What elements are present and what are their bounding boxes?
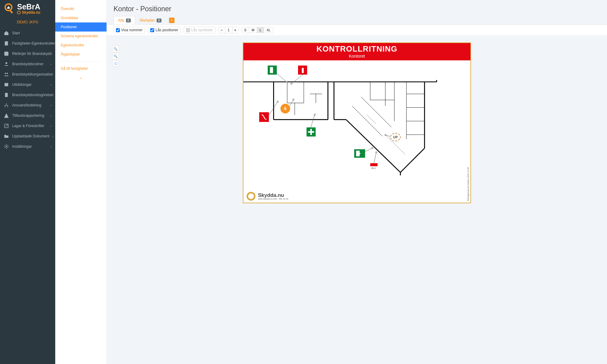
toggle-lock-positions[interactable]: Lås positioner — [148, 27, 181, 33]
show-number-checkbox[interactable] — [116, 28, 120, 32]
blc-label: BLC — [371, 167, 376, 170]
toggle-lock-symbols[interactable]: Lås symboler — [184, 27, 215, 33]
step-value: 1 — [225, 27, 232, 33]
nav-dokument[interactable]: Uppladdade Dokument› — [0, 131, 55, 141]
svg-point-7 — [5, 73, 6, 74]
building-icon — [4, 92, 9, 98]
symbol-blc[interactable] — [370, 163, 378, 166]
size-s[interactable]: S — [242, 27, 249, 33]
symbol-emergency-exit-2[interactable] — [354, 149, 365, 158]
users-icon — [4, 61, 9, 67]
chevron-right-icon: › — [51, 124, 52, 128]
nav-organisation[interactable]: Brandskyddsorganisation› — [0, 69, 55, 79]
external-icon — [4, 123, 9, 129]
step-minus[interactable]: − — [219, 27, 225, 33]
marker-6[interactable]: 6 — [280, 104, 290, 113]
symbol-up-stairs[interactable]: UP — [390, 133, 401, 141]
folder-icon — [4, 133, 9, 139]
tab-add-button[interactable]: + — [169, 18, 175, 23]
drawing-side-meta: Ritningsnummer Datum 2022-10-26 — [467, 167, 469, 201]
subnav-grunddata[interactable]: Grunddata — [55, 13, 107, 22]
extinguisher-icon — [298, 66, 307, 75]
floorplan: 6 BLC UP — [243, 61, 470, 203]
nav-utbildningar[interactable]: Utbildningar› — [0, 79, 55, 90]
svg-point-53 — [247, 193, 255, 200]
symbol-fire-hose[interactable] — [259, 112, 269, 122]
svg-rect-2 — [8, 8, 9, 9]
exit-icon — [268, 66, 277, 75]
marker-anchor-dot — [293, 99, 294, 100]
float-tools: 🔍 🔍 ⓘ — [112, 46, 119, 67]
drawing-footer: Skydda.nu www.skydda.nu 010 - 444 19 10 — [246, 192, 288, 201]
nav-fastigheter[interactable]: Fastigheter-Egenkontroller — [0, 38, 55, 49]
firstaid-icon — [307, 127, 316, 136]
tab-alla[interactable]: Alla 8 — [114, 16, 135, 25]
symbol-emergency-exit[interactable] — [268, 66, 277, 75]
footer-brand: Skydda.nu — [258, 193, 288, 198]
exit-icon — [354, 149, 365, 158]
symbol-anchor-dot — [277, 101, 279, 103]
zoom-in-icon: 🔍 — [114, 47, 118, 51]
subnav-schema[interactable]: Schema egenkontroller — [55, 32, 107, 41]
subnav-collapse[interactable]: ‹ — [55, 73, 107, 83]
svg-point-12 — [6, 146, 7, 147]
svg-rect-5 — [4, 52, 8, 56]
plus-icon: + — [171, 18, 173, 22]
floorplan-svg — [243, 61, 470, 203]
symbol-first-aid[interactable] — [307, 127, 316, 136]
svg-rect-9 — [5, 83, 8, 86]
subnav-back[interactable]: Gå till fastigheter — [55, 64, 107, 73]
stepper: − 1 + — [219, 27, 239, 33]
warning-icon — [4, 113, 9, 118]
subnav-oversikt[interactable]: Översikt — [55, 4, 107, 13]
size-xl[interactable]: XL — [264, 27, 273, 33]
chevron-right-icon: › — [51, 83, 52, 86]
nav-tillbud[interactable]: Tillbudsrapportering› — [0, 110, 55, 121]
size-l[interactable]: L — [257, 27, 264, 33]
gear-icon — [17, 11, 21, 14]
lock-positions-checkbox[interactable] — [150, 28, 154, 32]
toggle-show-number[interactable]: Visa nummer — [114, 27, 145, 33]
svg-rect-4 — [5, 41, 8, 46]
brand-name: SeBrA — [17, 3, 40, 11]
demo-banner: DEMO JKPG — [0, 15, 55, 28]
info-button[interactable]: ⓘ — [112, 60, 119, 67]
step-plus[interactable]: + — [232, 27, 238, 33]
brand-tagline: Skydda.nu — [17, 11, 40, 14]
symbol-anchor-dot — [375, 151, 377, 153]
nav-redogorelser[interactable]: Brandskyddsredogörelser› — [0, 90, 55, 100]
sitemap-icon — [4, 103, 9, 108]
page-title: Kontor - Positioner — [107, 0, 607, 16]
subnav-egenkontroller[interactable]: Egenkontroller — [55, 41, 107, 50]
nav-rutiner[interactable]: Brandskyddsrutiner› — [0, 59, 55, 69]
symbol-anchor-dot — [290, 83, 292, 85]
floorplan-drawing[interactable]: KONTROLLRITNING Kontoret — [243, 42, 471, 203]
firehose-icon — [259, 112, 269, 122]
nav-lagar[interactable]: Lagar & Föreskrifter› — [0, 121, 55, 131]
subnav-atgardsplan[interactable]: Åtgärdsplan — [55, 50, 107, 59]
clipboard-icon — [4, 41, 9, 46]
main-content: Kontor - Positioner Alla 8 Markplan 8 + … — [107, 0, 607, 364]
sub-navigation: Översikt Grunddata Positioner Schema ege… — [55, 0, 107, 364]
canvas-wrap: KONTROLLRITNING Kontoret — [107, 35, 607, 364]
nav-installningar[interactable]: Inställningar› — [0, 141, 55, 152]
nav-ansvar[interactable]: Ansvarsfördelning› — [0, 100, 55, 110]
check-icon — [4, 51, 9, 56]
nav-riktlinjer[interactable]: Riktlinjer för Brandskydd — [0, 49, 55, 59]
symbol-anchor-dot — [286, 81, 287, 83]
svg-point-3 — [17, 11, 20, 14]
chevron-right-icon: › — [51, 104, 52, 107]
footer-logo-icon — [246, 192, 256, 201]
svg-rect-1 — [10, 10, 13, 14]
drawing-header: KONTROLLRITNING Kontoret — [243, 43, 470, 60]
size-m[interactable]: M — [249, 27, 257, 33]
nav-start[interactable]: Start — [0, 28, 55, 38]
logo-magnifier-icon — [3, 2, 15, 15]
home-icon — [4, 30, 9, 36]
symbol-fire-extinguisher[interactable] — [298, 66, 307, 75]
zoom-in-button[interactable]: 🔍 — [112, 46, 119, 52]
zoom-out-button[interactable]: 🔍 — [112, 53, 119, 59]
tab-markplan[interactable]: Markplan 8 — [135, 16, 166, 25]
subnav-positioner[interactable]: Positioner — [55, 22, 107, 32]
lock-symbols-checkbox[interactable] — [186, 28, 190, 32]
